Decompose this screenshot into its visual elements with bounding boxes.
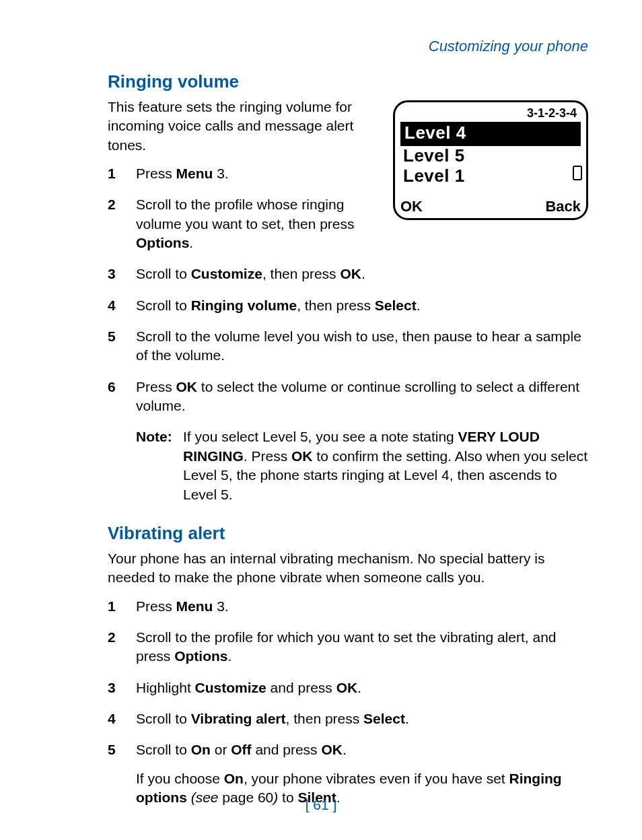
step-text: Scroll to (136, 711, 191, 726)
step-bold: OK (176, 379, 198, 394)
step-bold: Vibrating alert (191, 711, 286, 726)
step-text: . (405, 711, 409, 726)
step-bold: Select (363, 711, 405, 726)
step-text: , then press (262, 266, 341, 281)
note-text: . Press (244, 448, 291, 464)
section2-intro: Your phone has an internal vibrating mec… (108, 549, 588, 588)
step-text: or (211, 742, 231, 757)
step: Scroll to Vibrating alert, then press Se… (108, 709, 588, 728)
step-text: and press (252, 742, 322, 757)
step-text: , then press (297, 298, 375, 313)
step-bold: OK (336, 680, 358, 695)
step-text: . (343, 742, 347, 757)
step-text: , then press (286, 711, 364, 726)
step: Scroll to On or Off and press OK. (108, 740, 588, 759)
section1-steps: Press Menu 3. Scroll to the profile whos… (108, 164, 588, 415)
step-bold: Select (375, 298, 417, 313)
step-text: . (417, 298, 421, 313)
step-bold: Off (231, 742, 251, 757)
page-number: [ 61 ] (0, 797, 642, 813)
step-bold: Ringing volume (191, 298, 297, 313)
step-text: . (361, 266, 365, 281)
step: Scroll to the volume level you wish to u… (108, 327, 588, 365)
section-ringing-volume-title: Ringing volume (108, 71, 588, 92)
step: Scroll to the profile for which you want… (108, 628, 588, 666)
step-text: Scroll to the profile whose ringing volu… (136, 197, 355, 231)
bold: On (224, 771, 244, 786)
step-bold: OK (321, 742, 343, 757)
step: Press Menu 3. (108, 597, 588, 616)
note-text: If you select Level 5, you see a note st… (183, 429, 458, 444)
step-bold: OK (340, 266, 361, 281)
screen-menu-code: 3-1-2-3-4 (400, 106, 581, 120)
step-text: Press (136, 379, 176, 394)
screen-row: Level 5 (400, 145, 581, 166)
text: , your phone vibrates even if you have s… (244, 771, 509, 786)
text: If you choose (136, 771, 224, 786)
step-text: Press (136, 166, 176, 181)
step-bold: Options (174, 648, 227, 664)
running-header: Customizing your phone (108, 38, 588, 55)
step-text: . (189, 235, 193, 250)
step: Scroll to the profile whose ringing volu… (108, 195, 588, 252)
step-text: and press (266, 680, 336, 695)
step: Press Menu 3. (108, 164, 588, 183)
step-text: Scroll to (136, 266, 191, 281)
step-bold: Menu (176, 166, 213, 181)
step-bold: On (191, 742, 211, 757)
note-block: Note: If you select Level 5, you see a n… (136, 427, 588, 503)
section-vibrating-alert-title: Vibrating alert (108, 523, 588, 544)
step-text: Highlight (136, 680, 195, 695)
step-bold: Customize (195, 680, 266, 695)
step-bold: Menu (176, 598, 213, 614)
step: Scroll to Ringing volume, then press Sel… (108, 296, 588, 315)
note-body: If you select Level 5, you see a note st… (183, 427, 588, 503)
step: Press OK to select the volume or continu… (108, 378, 588, 416)
step-text: Press (136, 598, 176, 614)
step-bold: Customize (191, 266, 262, 281)
step: Scroll to Customize, then press OK. (108, 265, 588, 283)
step-text: Scroll to (136, 298, 191, 313)
step-text: 3. (213, 598, 228, 614)
step-text: to select the volume or continue scrolli… (136, 379, 579, 413)
step-text: . (228, 648, 232, 664)
step-text: 3. (213, 166, 228, 181)
step-text: Scroll to (136, 742, 191, 757)
screen-row-selected: Level 4 (400, 122, 581, 145)
step-bold: Options (136, 235, 189, 250)
section2-steps: Press Menu 3. Scroll to the profile for … (108, 597, 588, 760)
step-text: . (357, 680, 361, 695)
note-label: Note: (136, 427, 183, 503)
note-bold: OK (291, 448, 313, 464)
step: Highlight Customize and press OK. (108, 678, 588, 697)
